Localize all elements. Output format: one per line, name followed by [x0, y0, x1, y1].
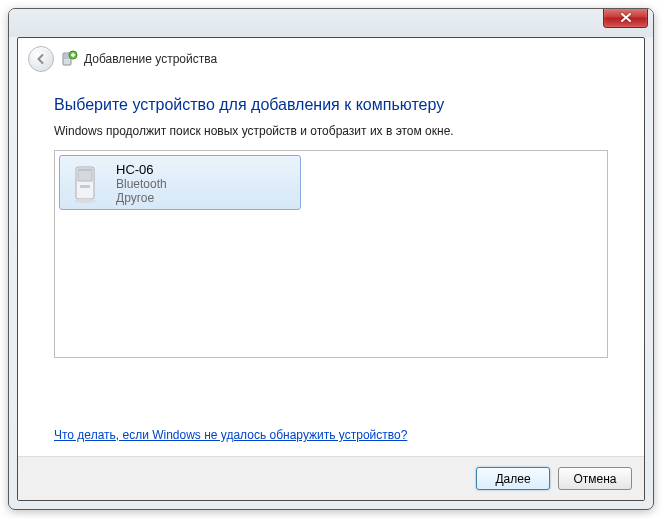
- content-area: Выберите устройство для добавления к ком…: [18, 84, 644, 456]
- close-icon: [620, 12, 632, 23]
- header-title: Добавление устройства: [84, 52, 217, 66]
- device-list: HC-06 Bluetooth Другое: [54, 150, 608, 358]
- help-link-row: Что делать, если Windows не удалось обна…: [54, 414, 608, 456]
- dialog-body: Добавление устройства Выберите устройств…: [17, 37, 645, 501]
- page-heading: Выберите устройство для добавления к ком…: [54, 96, 608, 114]
- titlebar: [9, 9, 653, 37]
- svg-rect-5: [78, 169, 92, 171]
- add-device-icon: [60, 50, 78, 68]
- svg-point-7: [74, 198, 96, 202]
- close-button[interactable]: [603, 8, 648, 28]
- device-type: Bluetooth: [116, 177, 167, 191]
- next-button[interactable]: Далее: [476, 467, 550, 490]
- footer: Далее Отмена: [18, 456, 644, 500]
- device-name: HC-06: [116, 162, 167, 177]
- device-text: HC-06 Bluetooth Другое: [116, 160, 167, 205]
- device-item[interactable]: HC-06 Bluetooth Другое: [59, 155, 301, 210]
- back-button[interactable]: [28, 46, 54, 72]
- help-link[interactable]: Что делать, если Windows не удалось обна…: [54, 428, 407, 442]
- device-generic-icon: [66, 160, 106, 205]
- page-subtext: Windows продолжит поиск новых устройств …: [54, 124, 608, 138]
- arrow-left-icon: [34, 52, 48, 66]
- device-category: Другое: [116, 191, 167, 205]
- svg-rect-6: [80, 185, 90, 188]
- dialog-window: Добавление устройства Выберите устройств…: [8, 8, 654, 510]
- cancel-button[interactable]: Отмена: [558, 467, 632, 490]
- header: Добавление устройства: [18, 38, 644, 84]
